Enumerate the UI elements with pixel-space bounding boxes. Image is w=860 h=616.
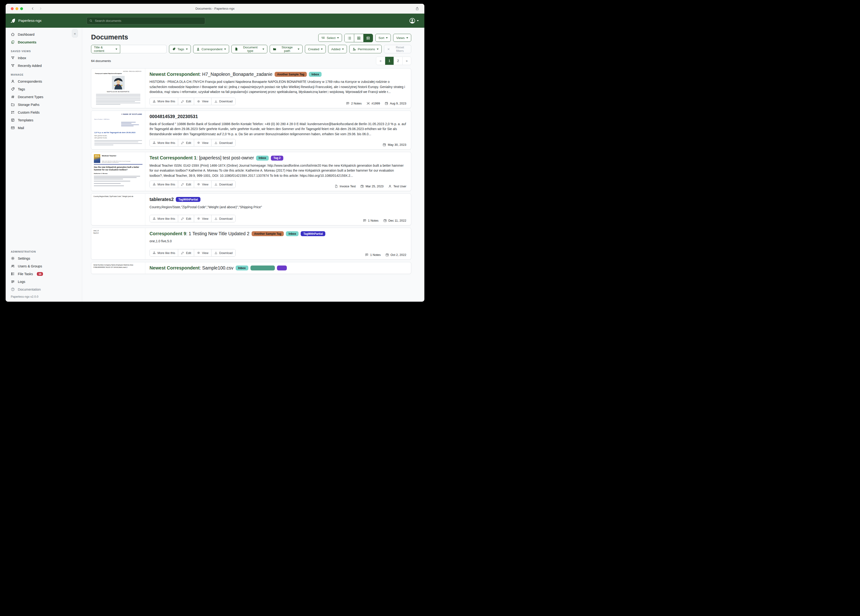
sidebar-item-label: Users & Groups (18, 264, 42, 268)
search-input[interactable] (94, 19, 202, 23)
document-title[interactable]: 0004814539_20230531 (149, 114, 406, 119)
download-button[interactable]: Download (211, 181, 235, 188)
download-button[interactable]: Download (211, 215, 235, 222)
permissions-filter-button[interactable]: Permissions (349, 45, 381, 53)
notes-count[interactable]: 1 Notes (365, 253, 381, 256)
brand[interactable]: Paperless-ngx (6, 18, 82, 24)
download-button[interactable]: Download (211, 139, 235, 146)
document-title[interactable]: Newest Correspondent: Sample100.csv Inbo… (149, 265, 406, 271)
funnel-icon (11, 64, 15, 68)
pagination-page-1[interactable]: 1 (385, 57, 394, 65)
user-avatar[interactable] (409, 17, 416, 24)
select-button[interactable]: Select (318, 34, 342, 42)
edit-button[interactable]: Edit (178, 98, 194, 105)
more-like-this-button[interactable]: More like this (150, 98, 178, 105)
document-actions: More like this Edit View Download (149, 249, 235, 256)
tag[interactable]: TagWithPartial (301, 231, 325, 236)
document-thumbnail[interactable]: HISTORIA - PRACA DLA CHĘTNYCH Francja po… (91, 69, 145, 108)
tag[interactable] (277, 266, 287, 270)
correspondent-filter-button[interactable]: Correspondent (193, 45, 229, 53)
sidebar-item-tags[interactable]: Tags (6, 85, 82, 93)
view-button[interactable]: View (194, 181, 211, 188)
tag[interactable]: Another Sample Tag (252, 231, 284, 236)
sidebar-item-logs[interactable]: Logs (6, 278, 82, 286)
added-filter-button[interactable]: Added (328, 45, 347, 53)
view-button[interactable]: View (194, 249, 211, 256)
document-thumbnail[interactable]: ❈ BANK OF SCOTLAND Bank of Scotland · 10… (91, 111, 145, 149)
sidebar-item-dashboard[interactable]: Dashboard (6, 30, 82, 38)
tag[interactable]: Another Sample Tag (275, 72, 307, 77)
sidebar-item-custom-fields[interactable]: Custom Fields (6, 108, 82, 116)
correspondent-link[interactable]: Newest Correspondent (149, 72, 199, 77)
pagination-last[interactable]: » (402, 57, 411, 65)
view-button[interactable]: View (194, 215, 211, 222)
more-like-this-button[interactable]: More like this (150, 215, 178, 222)
sidebar-item-label: Logs (18, 280, 25, 284)
view-button[interactable]: View (194, 139, 211, 146)
more-like-this-button[interactable]: More like this (150, 139, 178, 146)
document-thumbnail[interactable]: MEDICAL TEACHER Medical Teacher ISSN: 01… (91, 152, 145, 191)
tag[interactable]: Inbox (309, 72, 322, 77)
notes-count[interactable]: 1 Notes (363, 219, 378, 222)
sidebar-item-settings[interactable]: Settings (6, 255, 82, 262)
sidebar-item-file-tasks[interactable]: File Tasks 16 (6, 270, 82, 278)
more-like-this-button[interactable]: More like this (150, 181, 178, 188)
storage-path-filter-button[interactable]: Storage path (270, 45, 303, 53)
content-preview: Bank of Scotland " 10886 Berlin Bank of … (149, 122, 406, 137)
tag[interactable] (250, 266, 275, 270)
user-menu-caret-icon[interactable] (417, 20, 419, 21)
sidebar-item-inbox[interactable]: Inbox (6, 54, 82, 62)
sidebar-item-recently-added[interactable]: Recently Added (6, 62, 82, 69)
global-search[interactable] (86, 17, 205, 24)
document-type[interactable]: Invoice Test (334, 184, 356, 188)
sidebar-item-correspondents[interactable]: Correspondents (6, 77, 82, 85)
sidebar-item-users-groups[interactable]: Users & Groups (6, 262, 82, 270)
tag[interactable]: TagWithPartial (176, 197, 201, 202)
edit-button[interactable]: Edit (178, 215, 194, 222)
reset-filters-button[interactable]: Reset filters (384, 45, 411, 53)
tag[interactable]: Inbox (286, 231, 298, 236)
created-filter-button[interactable]: Created (305, 45, 326, 53)
edit-button[interactable]: Edit (178, 249, 194, 256)
filter-field-selector[interactable]: Title & content (91, 45, 120, 53)
sidebar-item-mail[interactable]: Mail (6, 124, 82, 132)
edit-button[interactable]: Edit (178, 139, 194, 146)
sidebar-item-documents[interactable]: Documents (6, 38, 82, 46)
list-view-button[interactable] (345, 34, 354, 42)
filter-query-input[interactable] (120, 45, 166, 53)
document-title[interactable]: Test Correspondent 1: [paperless] test p… (149, 155, 406, 161)
view-button[interactable]: View (194, 98, 211, 105)
correspondent-link[interactable]: Newest Correspondent (149, 265, 199, 270)
document-type-filter-button[interactable]: Document type (231, 45, 267, 53)
more-like-this-button[interactable]: More like this (150, 249, 178, 256)
tag[interactable]: Inbox (256, 156, 269, 160)
grid-view-button[interactable] (354, 34, 363, 42)
sidebar-item-document-types[interactable]: Document Types (6, 93, 82, 101)
document-thumbnail[interactable]: Serial Number,Company Name,Employee Mark… (91, 262, 145, 274)
pagination-first[interactable]: « (376, 57, 385, 65)
notes-count[interactable]: 2 Notes (346, 102, 362, 105)
document-title[interactable]: Correspondent 9: 1 Testing New Title Upd… (149, 231, 406, 237)
person-lock-icon (352, 47, 356, 51)
views-button[interactable]: Views (393, 34, 411, 42)
sidebar-item-documentation[interactable]: Documentation (6, 286, 82, 293)
sidebar-item-storage-paths[interactable]: Storage Paths (6, 101, 82, 108)
correspondent-link[interactable]: Correspondent 9 (149, 231, 186, 236)
download-button[interactable]: Download (211, 249, 235, 256)
document-thumbnail[interactable]: Country,Region/State,"Zip/Postal Code","… (91, 194, 145, 225)
document-thumbnail[interactable]: one,1.0 five,5.0 (91, 228, 145, 259)
document-title[interactable]: tablerates2 TagWithPartial (149, 196, 406, 202)
tag[interactable]: Inbox (235, 266, 248, 270)
manage-header: MANAGE (6, 69, 82, 77)
correspondent-link[interactable]: Test Correspondent 1 (149, 155, 196, 160)
sidebar-item-templates[interactable]: Templates (6, 116, 82, 124)
sort-button[interactable]: Sort (375, 34, 391, 42)
sidebar-collapse-button[interactable]: « (72, 29, 78, 38)
download-button[interactable]: Download (211, 98, 235, 105)
tags-filter-button[interactable]: Tags (169, 45, 191, 53)
detail-view-button[interactable] (363, 34, 373, 42)
pagination-page-2[interactable]: 2 (394, 57, 402, 65)
edit-button[interactable]: Edit (178, 181, 194, 188)
document-title[interactable]: Newest Correspondent: H7_Napoleon_Bonapa… (149, 71, 406, 77)
tag[interactable]: Tag 2 (271, 156, 283, 160)
